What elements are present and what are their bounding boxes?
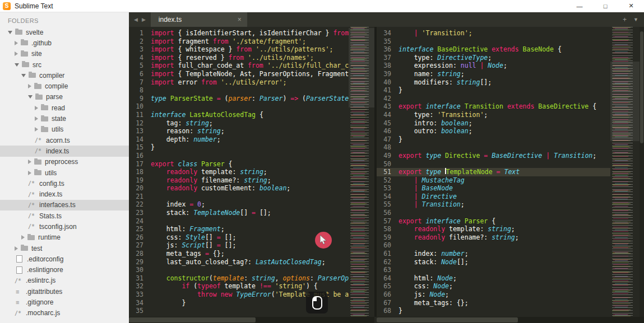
code-line[interactable]: 59 readonly filename?: string; (377, 233, 610, 242)
code-line[interactable]: 57export interface Parser { (377, 217, 610, 226)
horizontal-scrollbar-thumb[interactable] (129, 317, 256, 322)
folder-item[interactable]: test (0, 243, 129, 254)
disclosure-right-icon[interactable] (15, 41, 18, 45)
disclosure-down-icon[interactable] (21, 74, 26, 77)
folder-item[interactable]: site (0, 49, 129, 59)
code-line[interactable]: 25 html: Fragment; (129, 225, 349, 233)
code-line[interactable]: 21 (129, 193, 349, 201)
minimap[interactable] (349, 27, 374, 317)
code-line[interactable]: 44 type: 'Transition'; (377, 111, 610, 119)
tab-scroll-right-icon[interactable]: ▶ (142, 17, 146, 22)
vertical-scrollbar[interactable] (640, 27, 644, 317)
code-line[interactable]: 23 stack: TemplateNode[] = []; (129, 209, 349, 217)
code-line[interactable]: 67 meta_tags: {}; (377, 299, 610, 307)
folder-item[interactable]: compiler (0, 70, 129, 81)
code-line[interactable]: 63 (377, 266, 610, 274)
disclosure-right-icon[interactable] (28, 160, 31, 164)
file-item[interactable]: tsconfig.json (0, 221, 129, 232)
folder-item[interactable]: src (0, 59, 129, 70)
disclosure-down-icon[interactable] (8, 31, 12, 34)
code-line[interactable]: 37 type: DirectiveType; (377, 54, 610, 62)
vertical-scrollbar-thumb[interactable] (640, 31, 643, 143)
code-line[interactable]: 64 html: Node; (377, 274, 610, 283)
code-line[interactable]: 40 modifiers: string[]; (377, 78, 610, 87)
code-line[interactable]: 68} (377, 307, 610, 315)
code-line[interactable]: 16 (129, 152, 349, 160)
file-item[interactable]: .gitattributes (0, 286, 129, 297)
code-line[interactable]: 19 readonly filename?: string; (129, 176, 349, 185)
code-line[interactable]: 65 css: Node; (377, 282, 610, 291)
code-line[interactable]: 4import { reserved } from '../utils/name… (129, 54, 349, 62)
file-item[interactable]: Stats.ts (0, 210, 129, 221)
code-line[interactable]: 55 | Transition; (377, 200, 610, 209)
code-line[interactable]: 31 constructor(template: string, options… (129, 274, 349, 283)
folder-item[interactable]: preprocess (0, 157, 129, 167)
code-line[interactable]: 56 (377, 209, 610, 217)
code-line[interactable]: 28 meta_tags = {}; (129, 250, 349, 258)
code-line[interactable]: 41} (377, 86, 610, 95)
code-view[interactable]: 34 | 'Transition';3536interface BaseDire… (377, 27, 610, 317)
code-line[interactable]: 47} (377, 135, 610, 144)
code-line[interactable]: 49export type Directive = BaseDirective … (377, 152, 610, 160)
code-line[interactable]: 48 (377, 143, 610, 152)
tab[interactable]: index.ts× (151, 12, 247, 27)
folder-item[interactable]: .github (0, 38, 129, 48)
code-line[interactable]: 22 index = 0; (129, 200, 349, 209)
minimize-button[interactable]: — (567, 0, 592, 12)
code-line[interactable]: 9type ParserState = (parser: Parser) => … (129, 95, 349, 103)
folder-item[interactable]: compile (0, 81, 129, 91)
code-line[interactable]: 60 (377, 241, 610, 250)
code-line[interactable]: 29 last_auto_closed_tag?: LastAutoClosed… (129, 258, 349, 266)
folder-item[interactable]: state (0, 113, 129, 124)
folder-item[interactable]: parse (0, 92, 129, 102)
code-line[interactable]: 30 (129, 266, 349, 274)
close-button[interactable]: ✕ (618, 0, 644, 12)
disclosure-right-icon[interactable] (15, 246, 18, 251)
new-tab-button[interactable]: + (623, 16, 627, 24)
folder-item[interactable]: read (0, 102, 129, 113)
code-line[interactable]: 52 | MustacheTag (377, 176, 610, 185)
maximize-button[interactable]: □ (592, 0, 618, 12)
code-line[interactable]: 61 index: number; (377, 250, 610, 258)
disclosure-right-icon[interactable] (21, 235, 25, 240)
disclosure-right-icon[interactable] (35, 106, 38, 110)
code-line[interactable]: 58 readonly template: string; (377, 225, 610, 233)
code-line[interactable]: 43export interface Transition extends Ba… (377, 102, 610, 111)
horizontal-scrollbar[interactable] (129, 317, 374, 323)
file-item[interactable]: index.ts (0, 189, 129, 199)
minimap-viewport[interactable] (349, 28, 374, 107)
file-item[interactable]: config.ts (0, 178, 129, 189)
horizontal-scrollbar[interactable] (377, 317, 644, 323)
file-item[interactable]: .editorconfig (0, 254, 129, 264)
code-line[interactable]: 12 tag: string; (129, 119, 349, 128)
code-line[interactable]: 35 (377, 38, 610, 46)
code-line[interactable]: 5import full_char_code_at from '../utils… (129, 62, 349, 70)
code-line[interactable]: 34 | 'Transition'; (377, 29, 610, 38)
folder-item[interactable]: svelte (0, 27, 129, 38)
code-line[interactable]: 3import { whitespace } from '../utils/pa… (129, 45, 349, 54)
disclosure-right-icon[interactable] (28, 84, 31, 88)
code-line[interactable]: 10 (129, 102, 349, 111)
tab-overflow-icon[interactable]: ▼ (633, 17, 638, 22)
file-item[interactable]: .eslintignore (0, 265, 129, 275)
code-line[interactable]: 54 | Directive (377, 193, 610, 201)
code-line[interactable]: 66 js: Node; (377, 291, 610, 299)
disclosure-right-icon[interactable] (35, 127, 38, 132)
folder-item[interactable]: runtime (0, 232, 129, 243)
file-item[interactable]: .mocharc.js (0, 308, 129, 319)
folder-item[interactable]: utils (0, 124, 129, 135)
file-item[interactable]: interfaces.ts (0, 200, 129, 210)
tab-scroll-left-icon[interactable]: ◀ (134, 17, 138, 22)
code-line[interactable]: 46 outro: boolean; (377, 127, 610, 135)
code-line[interactable]: 20 readonly customElement: boolean; (129, 184, 349, 193)
code-line[interactable]: 38 expression: null | Node; (377, 62, 610, 70)
code-line[interactable]: 14 depth: number; (129, 135, 349, 144)
file-item[interactable]: .eslintrc.js (0, 275, 129, 286)
file-item[interactable]: index.ts (0, 146, 129, 156)
disclosure-right-icon[interactable] (15, 52, 18, 56)
code-line[interactable]: 6import { TemplateNode, Ast, ParserOptio… (129, 70, 349, 78)
code-line[interactable]: 7import error from '../utils/error'; (129, 78, 349, 87)
disclosure-right-icon[interactable] (28, 171, 31, 175)
code-line[interactable]: 13 reason: string; (129, 127, 349, 135)
code-line[interactable]: 32 if (typeof template !== 'string') { (129, 282, 349, 291)
